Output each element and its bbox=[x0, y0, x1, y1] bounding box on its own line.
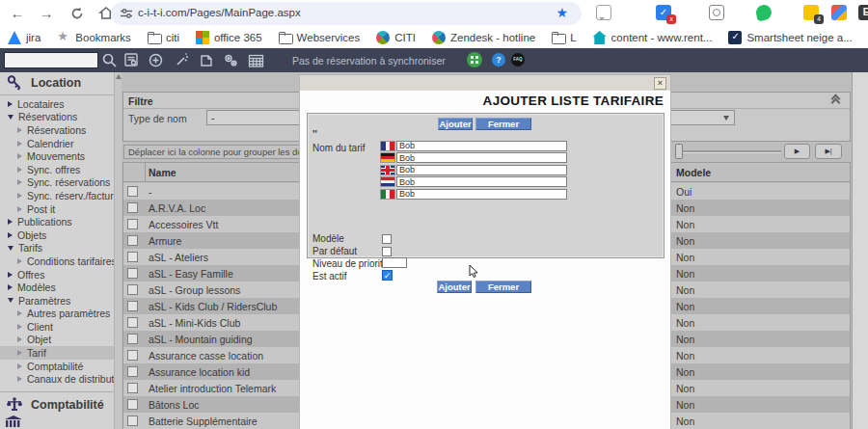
par-defaut-checkbox[interactable] bbox=[382, 247, 392, 256]
est-actif-checkbox[interactable]: ✓ bbox=[382, 270, 393, 281]
search-icon[interactable] bbox=[101, 52, 118, 68]
bookmark-item[interactable]: Zendesk - hotline bbox=[432, 31, 535, 44]
bookmark-item[interactable]: jira bbox=[8, 31, 41, 44]
reload-icon[interactable] bbox=[68, 4, 87, 23]
pager-slider-handle[interactable] bbox=[675, 144, 683, 159]
url-text[interactable]: c-i-t-i.com/Pages/MainPage.aspx bbox=[138, 7, 301, 18]
right-scroll-area[interactable] bbox=[852, 72, 868, 429]
expand-arrow-icon[interactable] bbox=[17, 193, 22, 199]
row-checkbox[interactable] bbox=[127, 350, 138, 361]
row-checkbox[interactable] bbox=[127, 399, 138, 410]
extension-camera-icon[interactable] bbox=[709, 5, 724, 20]
row-checkbox[interactable] bbox=[127, 301, 138, 311]
bookmark-item[interactable]: citi bbox=[148, 31, 179, 44]
tariff-name-input[interactable] bbox=[396, 189, 567, 200]
fermer-button-top[interactable]: Fermer bbox=[475, 118, 531, 130]
sidebar-item[interactable]: Comptabilité bbox=[0, 360, 114, 373]
column-header-name[interactable]: Name bbox=[149, 167, 176, 178]
next-page-button[interactable]: ▶ bbox=[784, 144, 810, 159]
bookmark-item[interactable]: Bookmarks bbox=[57, 31, 131, 44]
sidebar-section-comptabilite[interactable]: Comptabilité bbox=[0, 394, 114, 416]
row-checkbox[interactable] bbox=[127, 317, 138, 328]
expand-arrow-icon[interactable] bbox=[8, 298, 14, 303]
expand-arrow-icon[interactable] bbox=[8, 232, 13, 238]
priorite-input[interactable] bbox=[382, 257, 407, 268]
sync-grid-icon[interactable] bbox=[467, 52, 482, 67]
forward-icon[interactable]: → bbox=[37, 4, 56, 23]
sidebar-item[interactable]: Paramètres bbox=[0, 294, 114, 308]
row-checkbox[interactable] bbox=[127, 284, 138, 295]
expand-arrow-icon[interactable] bbox=[17, 153, 22, 159]
expand-arrow-icon[interactable] bbox=[17, 206, 22, 212]
close-icon[interactable]: × bbox=[654, 77, 666, 90]
settings-gears-icon[interactable] bbox=[223, 52, 239, 68]
sidebar-item[interactable]: Objet bbox=[0, 334, 114, 347]
row-checkbox[interactable] bbox=[127, 219, 138, 229]
calendar-icon[interactable] bbox=[248, 52, 264, 68]
tariff-name-input[interactable] bbox=[396, 165, 567, 175]
expand-arrow-icon[interactable] bbox=[17, 127, 22, 133]
ajouter-button-top[interactable]: Ajouter bbox=[438, 118, 473, 130]
wizard-wand-icon[interactable] bbox=[174, 52, 190, 68]
extension-yellow-icon[interactable]: 4 bbox=[803, 5, 819, 20]
expand-arrow-icon[interactable] bbox=[8, 272, 13, 278]
expand-arrow-icon[interactable] bbox=[8, 115, 14, 120]
ajouter-button-bottom[interactable]: Ajouter bbox=[437, 281, 472, 293]
expand-arrow-icon[interactable] bbox=[17, 350, 22, 356]
sidebar-item[interactable]: Sync. réservations bbox=[0, 176, 114, 190]
sidebar-item[interactable]: Tarifs bbox=[0, 242, 114, 255]
sidebar-item[interactable]: Objets bbox=[0, 228, 114, 242]
row-checkbox[interactable] bbox=[127, 383, 138, 393]
site-info-icon[interactable] bbox=[120, 7, 133, 20]
pager-slider-track[interactable] bbox=[679, 150, 781, 153]
last-page-button[interactable]: ▶| bbox=[815, 144, 842, 159]
expand-arrow-icon[interactable] bbox=[17, 363, 22, 369]
sidebar-item[interactable]: Locataires bbox=[0, 97, 114, 111]
sidebar-item[interactable]: Publications bbox=[0, 215, 114, 228]
sidebar-item[interactable]: Mouvements bbox=[0, 149, 114, 163]
sidebar-item[interactable]: Tarif bbox=[0, 346, 114, 360]
sidebar-item[interactable]: Réservations bbox=[0, 123, 114, 137]
extension-photos-icon[interactable] bbox=[831, 5, 847, 20]
expand-arrow-icon[interactable] bbox=[17, 324, 22, 330]
sidebar-item[interactable]: Client bbox=[0, 320, 114, 334]
search-list-icon[interactable] bbox=[123, 52, 140, 68]
sidebar-item[interactable]: Canaux de distributions bbox=[0, 372, 114, 386]
bookmark-item[interactable]: Webservices bbox=[279, 31, 361, 44]
bookmark-star-icon[interactable]: ★ bbox=[556, 5, 568, 20]
extension-check-icon[interactable]: ✓x bbox=[656, 5, 671, 20]
sidebar-item[interactable]: Autres paramètres bbox=[0, 308, 114, 321]
modele-checkbox[interactable] bbox=[382, 234, 392, 244]
expand-arrow-icon[interactable] bbox=[17, 310, 22, 316]
expand-arrow-icon[interactable] bbox=[8, 284, 13, 290]
expand-arrow-icon[interactable] bbox=[17, 336, 22, 342]
quick-search-input[interactable] bbox=[4, 52, 98, 68]
expand-arrow-icon[interactable] bbox=[8, 246, 14, 251]
row-checkbox[interactable] bbox=[127, 202, 138, 213]
bookmark-item[interactable]: content - www.rent... bbox=[593, 31, 713, 44]
column-header-modele[interactable]: Modele bbox=[676, 167, 711, 178]
row-checkbox[interactable] bbox=[127, 268, 138, 279]
extension-chat-icon[interactable] bbox=[596, 5, 611, 20]
sidebar-item[interactable]: Offres bbox=[0, 268, 114, 282]
bookmark-item[interactable]: Smartsheet neige a... bbox=[728, 31, 852, 44]
bookmark-item[interactable]: L bbox=[552, 31, 576, 44]
sidebar-section-location[interactable]: Location bbox=[0, 72, 114, 94]
add-icon[interactable] bbox=[148, 52, 164, 68]
sidebar-item[interactable]: Modèles bbox=[0, 281, 114, 294]
expand-arrow-icon[interactable] bbox=[17, 179, 22, 185]
help-icon[interactable]: ? bbox=[492, 53, 505, 67]
bookmark-item[interactable]: office 365 bbox=[196, 31, 262, 44]
extension-green-icon[interactable] bbox=[755, 4, 773, 22]
fermer-button-bottom[interactable]: Fermer bbox=[475, 281, 531, 293]
sidebar-item[interactable]: Sync. offres bbox=[0, 163, 114, 176]
expand-arrow-icon[interactable] bbox=[17, 167, 22, 173]
sidebar-item[interactable]: Post it bbox=[0, 202, 114, 216]
address-bar[interactable]: c-i-t-i.com/Pages/MainPage.aspx ★ bbox=[111, 2, 582, 25]
tariff-name-input[interactable] bbox=[396, 176, 567, 187]
expand-arrow-icon[interactable] bbox=[17, 141, 22, 147]
extension-e-icon[interactable]: E bbox=[858, 5, 868, 20]
expand-arrow-icon[interactable] bbox=[17, 258, 22, 264]
sidebar-scrollbar[interactable] bbox=[114, 72, 122, 429]
sidebar-item[interactable]: Sync. réserv./factures bbox=[0, 189, 114, 202]
